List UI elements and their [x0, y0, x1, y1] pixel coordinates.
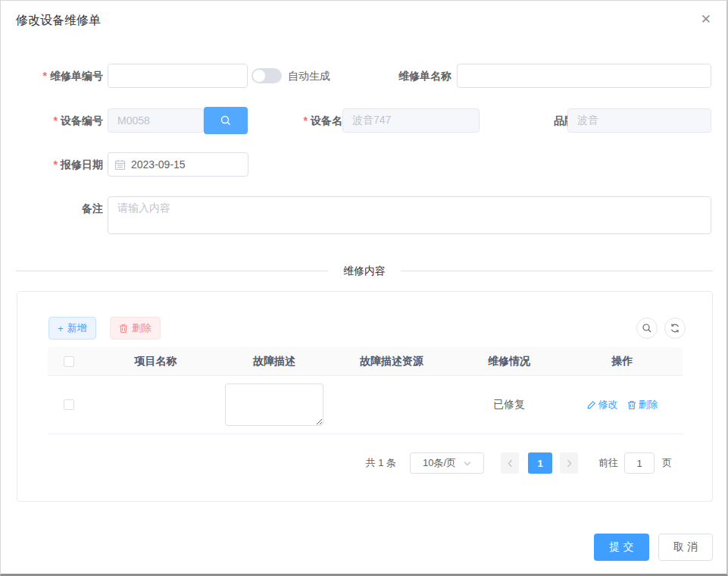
header-actions: 操作	[562, 347, 683, 375]
section-divider: 维修内容	[16, 271, 713, 271]
plus-icon: +	[58, 323, 64, 334]
fault-desc-textarea[interactable]	[225, 383, 323, 426]
brand-input	[567, 108, 711, 133]
repair-name-input[interactable]	[457, 64, 711, 88]
delete-rows-button[interactable]: 删除	[110, 317, 161, 340]
submit-button[interactable]: 提 交	[594, 534, 649, 561]
add-row-button[interactable]: + 新增	[48, 317, 96, 340]
trash-icon	[119, 324, 128, 333]
edit-repair-order-dialog: 修改设备维修单 ✕ *维修单编号 自动生成 维修单名称 *设备编号 *设备名称 …	[0, 0, 728, 576]
remark-label: 备注	[1, 196, 103, 221]
pagination-total: 共 1 条	[366, 456, 396, 470]
dialog-title: 修改设备维修单	[16, 13, 101, 29]
pagination: 共 1 条 10条/页 1 前往 页	[17, 452, 714, 474]
auto-generate-label: 自动生成	[288, 64, 330, 88]
cancel-button[interactable]: 取 消	[658, 534, 713, 561]
row-edit-link[interactable]: 修改	[587, 398, 618, 412]
search-icon	[642, 323, 652, 333]
cell-project-name	[90, 376, 221, 434]
search-icon	[220, 114, 232, 127]
remark-textarea[interactable]	[108, 196, 711, 234]
cell-repair-status: 已修复	[456, 376, 562, 434]
repair-items-table: 项目名称 故障描述 故障描述资源 维修情况 操作 已修复 修改	[48, 347, 683, 434]
required-mark: *	[43, 70, 47, 82]
goto-suffix: 页	[662, 456, 672, 470]
section-title: 维修内容	[328, 265, 401, 278]
current-page-button[interactable]: 1	[528, 452, 552, 474]
trash-icon	[627, 400, 636, 410]
repair-no-label: *维修单编号	[1, 64, 103, 88]
repair-no-input[interactable]	[108, 64, 248, 88]
select-all-checkbox[interactable]	[64, 356, 74, 367]
chevron-right-icon	[567, 459, 572, 468]
device-search-button[interactable]	[204, 107, 248, 134]
calendar-icon	[114, 159, 126, 171]
edit-icon	[587, 400, 596, 409]
header-repair-status: 维修情况	[456, 347, 562, 375]
chevron-down-icon	[464, 461, 471, 466]
prev-page-button[interactable]	[501, 452, 519, 474]
header-project-name: 项目名称	[90, 347, 221, 375]
goto-label: 前往	[598, 456, 618, 470]
table-refresh-button[interactable]	[664, 318, 686, 339]
brand-label: 品牌	[473, 108, 575, 133]
header-fault-desc: 故障描述	[221, 347, 327, 375]
page-size-select[interactable]: 10条/页	[410, 452, 484, 474]
device-no-label: *设备编号	[1, 108, 103, 133]
toggle-knob	[253, 70, 265, 82]
chevron-left-icon	[508, 459, 513, 468]
next-page-button[interactable]	[560, 452, 578, 474]
report-date-value: 2023-09-15	[131, 158, 186, 171]
device-no-input	[108, 108, 204, 133]
table-header-row: 项目名称 故障描述 故障描述资源 维修情况 操作	[48, 347, 683, 376]
row-checkbox[interactable]	[64, 399, 74, 410]
auto-generate-toggle[interactable]	[252, 68, 282, 83]
close-icon[interactable]: ✕	[701, 13, 711, 26]
report-date-picker[interactable]: 2023-09-15	[108, 152, 248, 177]
goto-page-input[interactable]	[624, 452, 655, 474]
device-name-label: *设备名称	[251, 108, 353, 133]
repair-name-label: 维修单名称	[349, 64, 451, 88]
refresh-icon	[670, 323, 680, 333]
row-delete-link[interactable]: 删除	[627, 398, 658, 412]
report-date-label: *报修日期	[1, 152, 103, 177]
cell-fault-desc-resource	[327, 376, 456, 434]
page-size-value: 10条/页	[423, 456, 456, 470]
table-row: 已修复 修改 删除	[48, 376, 683, 434]
header-fault-desc-resource: 故障描述资源	[327, 347, 456, 375]
table-search-button[interactable]	[636, 318, 658, 339]
repair-content-card: + 新增 删除 项目名称 故障描述 故障描述资源 维修情况	[17, 291, 713, 502]
device-name-input	[342, 108, 480, 133]
